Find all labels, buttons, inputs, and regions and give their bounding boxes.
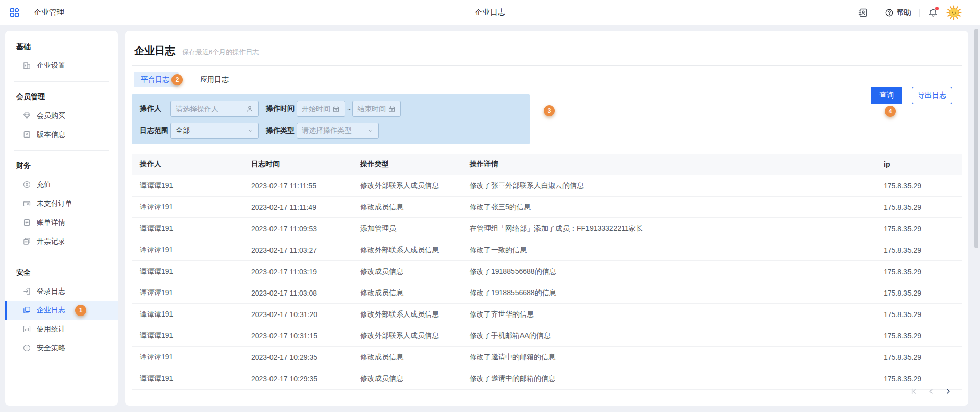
step-badge-2: 2 [172, 74, 183, 85]
divider [14, 257, 109, 257]
start-time-picker[interactable] [297, 101, 345, 117]
table-cell: 谭谭谭191 [132, 267, 243, 276]
app-title: 企业管理 [34, 8, 64, 17]
topbar: 企业管理 企业日志 帮助 [0, 0, 980, 25]
next-page-button[interactable] [943, 385, 954, 397]
table-cell: 修改外部联系人成员信息 [352, 331, 461, 341]
sidebar-item-security-policy[interactable]: 安全策略 [5, 338, 118, 357]
table-cell: 修改了邀请中的邮箱的信息 [461, 353, 875, 362]
table-cell: 在管理组「网络部」添加了成员：FF19133322211家长 [461, 224, 875, 233]
table-cell: 修改了张三外部联系人白淑云的信息 [461, 181, 875, 190]
operation-type-label: 操作类型 [266, 126, 297, 135]
table-row: 谭谭谭1912023-02-17 11:03:27修改外部联系人成员信息修改了一… [132, 239, 962, 261]
pagination [908, 385, 954, 397]
chevron-down-icon [248, 128, 254, 134]
previous-page-button[interactable] [925, 385, 937, 397]
sidebar-item-login-logs[interactable]: 登录日志 [5, 282, 118, 301]
page-title: 企业日志 [134, 44, 175, 58]
operation-type-select[interactable]: 请选择操作类型 [297, 123, 379, 139]
sidebar-item-unpaid-orders[interactable]: 未支付订单 [5, 194, 118, 213]
table-cell: 2023-02-17 10:29:35 [243, 353, 352, 361]
table-cell: 谭谭谭191 [132, 310, 243, 319]
help-icon [885, 8, 894, 17]
wallet-icon [22, 199, 31, 208]
divider [132, 65, 962, 66]
topbar-left: 企业管理 [9, 7, 64, 18]
sidebar-item-label: 企业设置 [37, 61, 65, 70]
query-button[interactable]: 查询 [871, 87, 902, 104]
table-cell: 添加管理员 [352, 224, 461, 233]
sidebar-item-recharge[interactable]: 充值 [5, 175, 118, 194]
operator-input[interactable] [176, 105, 246, 113]
start-time-input[interactable] [302, 105, 332, 113]
scrollbar[interactable] [974, 29, 978, 248]
end-time-input[interactable] [357, 105, 388, 113]
table-cell: 2023-02-17 11:03:27 [243, 246, 352, 254]
sidebar-item-version-info[interactable]: 版本信息 [5, 125, 118, 144]
person-icon [246, 105, 254, 113]
table-cell: 175.8.35.29 [875, 268, 962, 276]
table-cell: 修改外部联系人成员信息 [352, 181, 461, 190]
calendar-icon [388, 105, 396, 113]
sidebar-item-enterprise-settings[interactable]: 企业设置 [5, 56, 118, 75]
step-badge-1: 1 [75, 305, 86, 316]
sidebar: 基础企业设置会员管理会员购买版本信息财务充值未支付订单账单详情开票记录安全登录日… [5, 31, 118, 406]
table-cell: 修改成员信息 [352, 288, 461, 298]
table-cell: 175.8.35.29 [875, 289, 962, 297]
table-cell: 谭谭谭191 [132, 331, 243, 341]
tab-platform-log[interactable]: 平台日志2 [134, 72, 179, 87]
sidebar-item-member-purchase[interactable]: 会员购买 [5, 106, 118, 125]
page: 企业管理 企业日志 帮助 [0, 0, 980, 412]
sidebar-item-label: 未支付订单 [37, 199, 72, 208]
main-panel: 企业日志 保存最近6个月的操作日志 平台日志2应用日志 操作人 操作时间 [125, 31, 968, 406]
help-button[interactable]: 帮助 [885, 8, 911, 17]
end-time-picker[interactable] [352, 101, 401, 117]
first-page-button[interactable] [908, 385, 919, 397]
avatar[interactable] [946, 5, 962, 20]
table-cell: 175.8.35.29 [875, 353, 962, 361]
action-buttons: 查询 导出日志 [871, 87, 952, 104]
table-row: 谭谭谭1912023-02-17 11:03:08修改成员信息修改了191885… [132, 282, 962, 304]
log-scope-select[interactable]: 全部 [170, 123, 259, 139]
notifications-button[interactable] [928, 8, 938, 18]
operator-label: 操作人 [140, 104, 170, 113]
step-badge-4: 4 [885, 106, 896, 117]
sidebar-item-invoice-records[interactable]: 开票记录 [5, 232, 118, 251]
table-cell: 修改了张三5的信息 [461, 203, 875, 212]
table-cell: 谭谭谭191 [132, 246, 243, 255]
table-cell: 修改了齐世华的信息 [461, 310, 875, 319]
apps-grid-icon[interactable] [9, 7, 20, 18]
log-table: 操作人日志时间操作类型操作详情ip谭谭谭1912023-02-17 11:11:… [132, 154, 962, 390]
table-row: 谭谭谭1912023-02-17 10:31:15修改外部联系人成员信息修改了手… [132, 325, 962, 347]
export-logs-button[interactable]: 导出日志 [912, 87, 952, 104]
bill-icon [22, 218, 31, 227]
table-cell: 修改了邀请中的邮箱的信息 [461, 374, 875, 383]
operator-select[interactable] [170, 101, 259, 117]
table-cell: 175.8.35.29 [875, 182, 962, 190]
sidebar-item-usage-stats[interactable]: 使用统计 [5, 320, 118, 338]
log-scope-value: 全部 [176, 126, 190, 135]
coin-icon [22, 180, 31, 189]
invoice-icon [22, 237, 31, 246]
sidebar-item-enterprise-logs[interactable]: 企业日志1 [5, 301, 118, 320]
notification-dot [935, 7, 939, 10]
sidebar-item-label: 登录日志 [37, 287, 65, 296]
tab-app-log[interactable]: 应用日志 [193, 72, 236, 87]
table-cell: 谭谭谭191 [132, 353, 243, 362]
sidebar-item-label: 安全策略 [37, 344, 65, 353]
table-row: 谭谭谭1912023-02-17 11:11:49修改成员信息修改了张三5的信息… [132, 197, 962, 218]
divider [14, 150, 109, 151]
sidebar-item-bill-details[interactable]: 账单详情 [5, 213, 118, 232]
table-cell: 修改外部联系人成员信息 [352, 246, 461, 255]
policy-icon [22, 344, 31, 352]
table-cell: 175.8.35.29 [875, 203, 962, 211]
table-row: 谭谭谭1912023-02-17 11:03:19修改成员信息修改了191885… [132, 261, 962, 282]
header-page-title: 企业日志 [475, 8, 505, 17]
table-cell: 谭谭谭191 [132, 288, 243, 298]
column-header: 操作详情 [461, 160, 875, 169]
table-cell: 修改成员信息 [352, 353, 461, 362]
table-cell: 2023-02-17 10:31:15 [243, 332, 352, 340]
contact-book-icon[interactable] [857, 8, 868, 18]
sidebar-section-title: 安全 [5, 263, 118, 282]
divider [876, 9, 876, 17]
